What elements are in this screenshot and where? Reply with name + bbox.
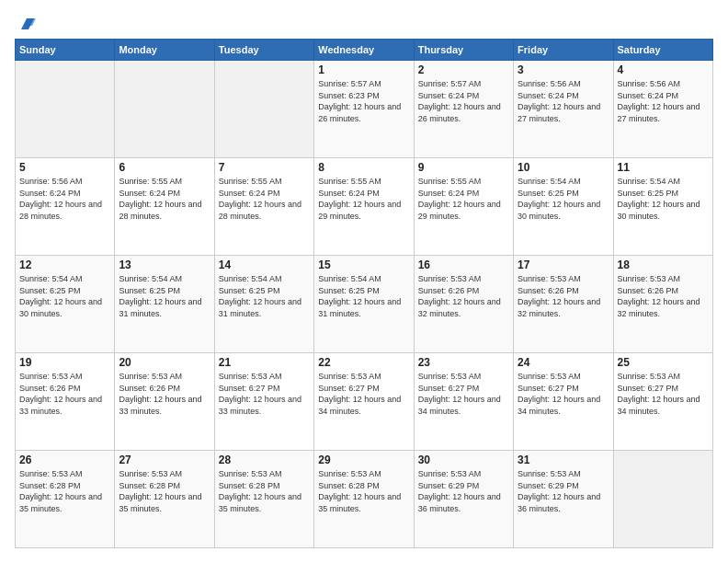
calendar-cell: 14Sunrise: 5:54 AMSunset: 6:25 PMDayligh…	[214, 256, 313, 353]
calendar-cell: 7Sunrise: 5:55 AMSunset: 6:24 PMDaylight…	[214, 158, 313, 256]
calendar-cell	[214, 61, 313, 158]
day-info: Sunrise: 5:54 AMSunset: 6:25 PMDaylight:…	[19, 273, 110, 319]
day-number: 31	[518, 454, 609, 466]
day-number: 22	[318, 356, 409, 369]
day-number: 28	[219, 454, 310, 466]
day-info: Sunrise: 5:53 AMSunset: 6:29 PMDaylight:…	[418, 468, 509, 514]
calendar-cell: 28Sunrise: 5:53 AMSunset: 6:28 PMDayligh…	[214, 451, 313, 548]
day-number: 4	[618, 63, 709, 76]
day-info: Sunrise: 5:53 AMSunset: 6:26 PMDaylight:…	[119, 371, 210, 417]
day-number: 9	[418, 161, 509, 174]
calendar-cell: 9Sunrise: 5:55 AMSunset: 6:24 PMDaylight…	[414, 158, 513, 256]
calendar: SundayMondayTuesdayWednesdayThursdayFrid…	[15, 39, 713, 548]
day-number: 29	[318, 454, 409, 466]
day-info: Sunrise: 5:56 AMSunset: 6:24 PMDaylight:…	[618, 78, 709, 124]
day-number: 11	[618, 161, 709, 174]
day-info: Sunrise: 5:53 AMSunset: 6:26 PMDaylight:…	[19, 371, 110, 417]
week-row-3: 12Sunrise: 5:54 AMSunset: 6:25 PMDayligh…	[16, 256, 713, 353]
day-info: Sunrise: 5:53 AMSunset: 6:28 PMDaylight:…	[219, 468, 310, 514]
day-number: 23	[418, 356, 509, 369]
day-info: Sunrise: 5:55 AMSunset: 6:24 PMDaylight:…	[219, 176, 310, 222]
day-info: Sunrise: 5:57 AMSunset: 6:24 PMDaylight:…	[418, 78, 509, 124]
calendar-cell	[613, 451, 712, 548]
day-info: Sunrise: 5:53 AMSunset: 6:27 PMDaylight:…	[518, 371, 609, 417]
day-info: Sunrise: 5:53 AMSunset: 6:28 PMDaylight:…	[19, 468, 110, 514]
day-info: Sunrise: 5:56 AMSunset: 6:24 PMDaylight:…	[19, 176, 110, 222]
day-info: Sunrise: 5:57 AMSunset: 6:23 PMDaylight:…	[318, 78, 409, 124]
calendar-cell: 24Sunrise: 5:53 AMSunset: 6:27 PMDayligh…	[514, 353, 613, 451]
weekday-header-tuesday: Tuesday	[214, 40, 313, 61]
calendar-cell: 19Sunrise: 5:53 AMSunset: 6:26 PMDayligh…	[16, 353, 115, 451]
calendar-cell	[115, 61, 214, 158]
week-row-5: 26Sunrise: 5:53 AMSunset: 6:28 PMDayligh…	[16, 451, 713, 548]
calendar-cell: 20Sunrise: 5:53 AMSunset: 6:26 PMDayligh…	[115, 353, 214, 451]
calendar-cell: 17Sunrise: 5:53 AMSunset: 6:26 PMDayligh…	[514, 256, 613, 353]
day-info: Sunrise: 5:53 AMSunset: 6:26 PMDaylight:…	[618, 273, 709, 319]
logo-icon	[16, 13, 36, 33]
calendar-cell: 18Sunrise: 5:53 AMSunset: 6:26 PMDayligh…	[613, 256, 712, 353]
calendar-cell: 5Sunrise: 5:56 AMSunset: 6:24 PMDaylight…	[16, 158, 115, 256]
day-number: 3	[518, 63, 609, 76]
calendar-cell: 1Sunrise: 5:57 AMSunset: 6:23 PMDaylight…	[314, 61, 414, 158]
day-number: 30	[418, 454, 509, 466]
day-info: Sunrise: 5:55 AMSunset: 6:24 PMDaylight:…	[318, 176, 409, 222]
day-number: 26	[19, 454, 110, 466]
day-info: Sunrise: 5:54 AMSunset: 6:25 PMDaylight:…	[318, 273, 409, 319]
calendar-cell: 12Sunrise: 5:54 AMSunset: 6:25 PMDayligh…	[16, 256, 115, 353]
calendar-header: SundayMondayTuesdayWednesdayThursdayFrid…	[16, 40, 713, 61]
day-info: Sunrise: 5:54 AMSunset: 6:25 PMDaylight:…	[618, 176, 709, 222]
day-number: 19	[19, 356, 110, 369]
weekday-header-thursday: Thursday	[414, 40, 513, 61]
day-number: 16	[418, 259, 509, 271]
calendar-cell: 30Sunrise: 5:53 AMSunset: 6:29 PMDayligh…	[414, 451, 513, 548]
day-info: Sunrise: 5:53 AMSunset: 6:26 PMDaylight:…	[518, 273, 609, 319]
header	[15, 15, 713, 29]
day-number: 10	[518, 161, 609, 174]
day-number: 15	[318, 259, 409, 271]
weekday-header-sunday: Sunday	[16, 40, 115, 61]
weekday-header-saturday: Saturday	[613, 40, 712, 61]
weekday-header-monday: Monday	[115, 40, 214, 61]
page: SundayMondayTuesdayWednesdayThursdayFrid…	[0, 0, 728, 563]
day-number: 8	[318, 161, 409, 174]
calendar-cell: 13Sunrise: 5:54 AMSunset: 6:25 PMDayligh…	[115, 256, 214, 353]
day-info: Sunrise: 5:53 AMSunset: 6:28 PMDaylight:…	[119, 468, 210, 514]
weekday-header-friday: Friday	[514, 40, 613, 61]
day-number: 24	[518, 356, 609, 369]
day-info: Sunrise: 5:53 AMSunset: 6:28 PMDaylight:…	[318, 468, 409, 514]
calendar-cell: 22Sunrise: 5:53 AMSunset: 6:27 PMDayligh…	[314, 353, 414, 451]
calendar-cell: 25Sunrise: 5:53 AMSunset: 6:27 PMDayligh…	[613, 353, 712, 451]
calendar-cell: 16Sunrise: 5:53 AMSunset: 6:26 PMDayligh…	[414, 256, 513, 353]
logo	[15, 15, 36, 29]
day-info: Sunrise: 5:53 AMSunset: 6:27 PMDaylight:…	[418, 371, 509, 417]
day-number: 1	[318, 63, 409, 76]
day-number: 12	[19, 259, 110, 271]
day-info: Sunrise: 5:53 AMSunset: 6:29 PMDaylight:…	[518, 468, 609, 514]
calendar-cell: 26Sunrise: 5:53 AMSunset: 6:28 PMDayligh…	[16, 451, 115, 548]
calendar-cell: 10Sunrise: 5:54 AMSunset: 6:25 PMDayligh…	[514, 158, 613, 256]
calendar-cell: 29Sunrise: 5:53 AMSunset: 6:28 PMDayligh…	[314, 451, 414, 548]
week-row-4: 19Sunrise: 5:53 AMSunset: 6:26 PMDayligh…	[16, 353, 713, 451]
day-number: 7	[219, 161, 310, 174]
calendar-body: 1Sunrise: 5:57 AMSunset: 6:23 PMDaylight…	[16, 61, 713, 548]
day-number: 2	[418, 63, 509, 76]
week-row-2: 5Sunrise: 5:56 AMSunset: 6:24 PMDaylight…	[16, 158, 713, 256]
day-info: Sunrise: 5:53 AMSunset: 6:27 PMDaylight:…	[318, 371, 409, 417]
day-info: Sunrise: 5:56 AMSunset: 6:24 PMDaylight:…	[518, 78, 609, 124]
weekday-header-row: SundayMondayTuesdayWednesdayThursdayFrid…	[16, 40, 713, 61]
calendar-cell: 3Sunrise: 5:56 AMSunset: 6:24 PMDaylight…	[514, 61, 613, 158]
day-info: Sunrise: 5:53 AMSunset: 6:26 PMDaylight:…	[418, 273, 509, 319]
calendar-cell: 2Sunrise: 5:57 AMSunset: 6:24 PMDaylight…	[414, 61, 513, 158]
day-number: 25	[618, 356, 709, 369]
day-number: 13	[119, 259, 210, 271]
day-number: 6	[119, 161, 210, 174]
day-number: 14	[219, 259, 310, 271]
calendar-cell: 31Sunrise: 5:53 AMSunset: 6:29 PMDayligh…	[514, 451, 613, 548]
calendar-cell: 4Sunrise: 5:56 AMSunset: 6:24 PMDaylight…	[613, 61, 712, 158]
day-info: Sunrise: 5:54 AMSunset: 6:25 PMDaylight:…	[219, 273, 310, 319]
calendar-cell	[16, 61, 115, 158]
day-number: 5	[19, 161, 110, 174]
calendar-cell: 15Sunrise: 5:54 AMSunset: 6:25 PMDayligh…	[314, 256, 414, 353]
day-info: Sunrise: 5:53 AMSunset: 6:27 PMDaylight:…	[219, 371, 310, 417]
weekday-header-wednesday: Wednesday	[314, 40, 414, 61]
